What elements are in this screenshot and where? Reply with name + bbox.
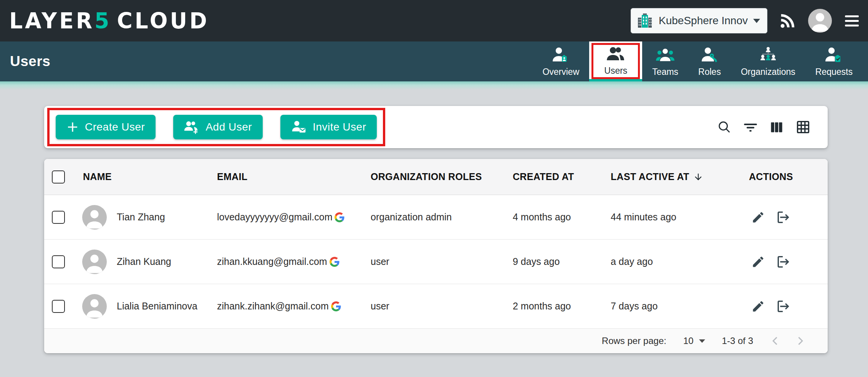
chevron-down-icon xyxy=(753,19,760,23)
org-hierarchy-icon xyxy=(759,46,777,64)
nav-tabs: Overview Users xyxy=(532,41,868,81)
tab-requests[interactable]: Requests xyxy=(805,41,863,81)
main-content: Create User Add User xyxy=(44,106,828,353)
tab-organizations-label: Organizations xyxy=(741,67,795,77)
tab-requests-label: Requests xyxy=(815,67,853,77)
edit-pencil-icon xyxy=(751,255,765,269)
remove-user-icon xyxy=(775,254,790,270)
table-row[interactable]: Zihan Kuang zihan.kkuang@gmail.com user … xyxy=(44,240,828,284)
hamburger-menu-icon[interactable] xyxy=(843,14,860,28)
add-user-button[interactable]: Add User xyxy=(173,115,263,139)
user-name: Lialia Beniaminova xyxy=(117,301,197,312)
user-last-active-at: 44 minutes ago xyxy=(611,212,749,223)
tab-roles[interactable]: Roles xyxy=(688,41,731,81)
invite-user-button[interactable]: Invite User xyxy=(280,115,377,139)
column-header-org-roles[interactable]: ORGANIZATION ROLES xyxy=(371,171,513,182)
invite-user-label: Invite User xyxy=(313,121,366,133)
table-row[interactable]: Lialia Beniaminova zihank.zihank@gmail.c… xyxy=(44,284,828,329)
edit-pencil-icon xyxy=(751,299,765,313)
grid-view-button[interactable] xyxy=(795,119,811,135)
avatar xyxy=(82,250,107,274)
edit-user-button[interactable] xyxy=(751,299,765,313)
avatar xyxy=(82,294,107,319)
column-header-actions: ACTIONS xyxy=(749,171,828,182)
person-add-icon xyxy=(184,120,199,134)
person-badge-icon xyxy=(552,46,570,64)
previous-page-button[interactable] xyxy=(770,336,781,346)
notifications-rss-button[interactable] xyxy=(779,12,797,30)
select-all-checkbox[interactable] xyxy=(52,170,65,184)
user-created-at: 9 days ago xyxy=(513,256,611,267)
user-last-active-at: a day ago xyxy=(611,256,749,267)
tab-users-active[interactable]: Users xyxy=(589,41,642,81)
people-icon xyxy=(606,45,625,63)
row-checkbox[interactable] xyxy=(52,211,65,224)
organization-selector[interactable]: KubeSphere Innov xyxy=(631,8,767,33)
user-last-active-at: 7 days ago xyxy=(611,301,749,312)
remove-user-button[interactable] xyxy=(775,254,790,270)
grid-view-icon xyxy=(795,119,811,135)
row-checkbox[interactable] xyxy=(52,255,65,268)
layer5-cloud-logo: LAYER5CLOUD xyxy=(9,10,209,31)
tab-teams-label: Teams xyxy=(652,67,678,77)
top-header: LAYER5CLOUD xyxy=(0,0,868,41)
logo-layer-text: LAYER xyxy=(9,10,94,31)
rows-per-page-label: Rows per page: xyxy=(602,336,666,346)
tab-organizations[interactable]: Organizations xyxy=(731,41,805,81)
column-header-email[interactable]: EMAIL xyxy=(217,171,371,182)
chevron-right-icon xyxy=(795,336,805,346)
column-header-last-active-at[interactable]: LAST ACTIVE AT xyxy=(611,171,749,182)
create-user-button[interactable]: Create User xyxy=(56,115,156,139)
edit-user-button[interactable] xyxy=(751,255,765,269)
chevron-left-icon xyxy=(770,336,781,346)
filter-button[interactable] xyxy=(743,120,758,134)
building-icon xyxy=(636,13,653,29)
tab-users-label: Users xyxy=(604,66,627,76)
users-subnav: Users Overview xyxy=(0,41,868,81)
pagination-range: 1-3 of 3 xyxy=(722,336,753,346)
table-row[interactable]: Tian Zhang lovedayyyyyyy@gmail.com organ… xyxy=(44,195,828,240)
column-header-name[interactable]: NAME xyxy=(77,171,217,182)
annotation-red-box-users-tab: Users xyxy=(591,43,640,79)
remove-user-button[interactable] xyxy=(775,210,790,225)
users-toolbar: Create User Add User xyxy=(44,106,828,148)
person-clipboard-icon xyxy=(825,46,843,64)
tab-teams[interactable]: Teams xyxy=(642,41,688,81)
plus-icon xyxy=(66,121,79,133)
add-user-label: Add User xyxy=(205,121,252,133)
row-checkbox[interactable] xyxy=(52,300,65,313)
next-page-button[interactable] xyxy=(795,336,805,346)
organization-name: KubeSphere Innov xyxy=(659,15,748,27)
user-org-roles: organization admin xyxy=(371,212,513,223)
user-email: lovedayyyyyyy@gmail.com xyxy=(217,212,332,223)
logo-five-text: 5 xyxy=(94,10,111,31)
view-columns-button[interactable] xyxy=(769,120,784,134)
avatar xyxy=(82,205,107,230)
user-created-at: 2 months ago xyxy=(513,301,611,312)
tab-overview[interactable]: Overview xyxy=(532,41,589,81)
remove-user-icon xyxy=(775,299,790,314)
remove-user-icon xyxy=(775,210,790,225)
search-icon xyxy=(717,120,732,134)
sort-arrow-down-icon xyxy=(693,172,703,182)
remove-user-button[interactable] xyxy=(775,299,790,314)
column-header-created-at[interactable]: CREATED AT xyxy=(513,171,611,182)
user-name: Tian Zhang xyxy=(117,212,165,223)
person-key-icon xyxy=(701,46,719,64)
search-button[interactable] xyxy=(717,120,732,134)
rows-per-page-value: 10 xyxy=(683,336,694,346)
view-columns-icon xyxy=(769,120,784,134)
user-email: zihan.kkuang@gmail.com xyxy=(217,256,327,267)
edit-user-button[interactable] xyxy=(751,210,765,224)
topbar-right-cluster: KubeSphere Innov xyxy=(631,8,860,33)
subnav-gradient-divider xyxy=(0,81,868,90)
avatar xyxy=(808,9,832,33)
rows-per-page-select[interactable]: 10 xyxy=(683,336,705,346)
google-icon xyxy=(331,301,341,311)
user-org-roles: user xyxy=(371,301,513,312)
edit-pencil-icon xyxy=(751,210,765,224)
person-envelope-icon xyxy=(291,120,306,134)
user-avatar-button[interactable] xyxy=(808,9,832,33)
rss-icon xyxy=(779,12,797,30)
google-icon xyxy=(330,257,340,267)
